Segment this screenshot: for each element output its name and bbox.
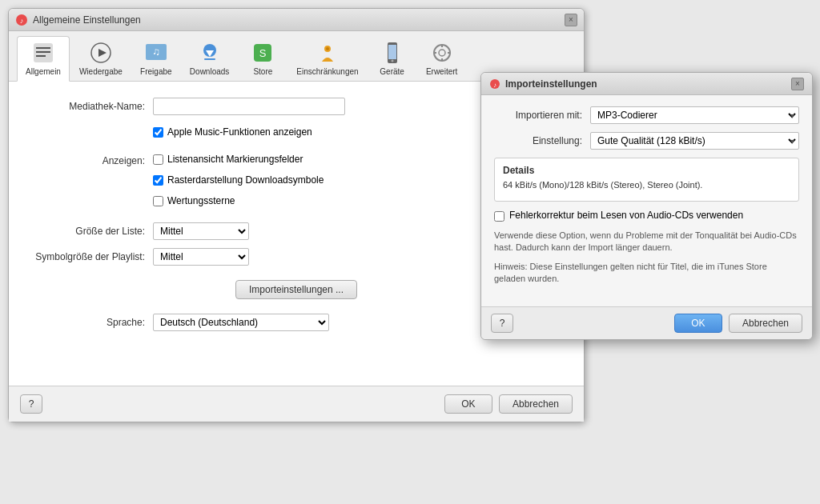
einstellung-row: Einstellung: Gute Qualität (128 kBit/s) …: [494, 132, 799, 150]
dialog-content: Importieren mit: MP3-Codierer AAC-Codier…: [481, 95, 812, 306]
wiedergabe-icon: [88, 40, 114, 66]
importieren-label: Importieren mit:: [494, 110, 590, 121]
import-settings-dialog: ♪ Importeinstellungen × Importieren mit:…: [480, 72, 813, 340]
dialog-help-button[interactable]: ?: [491, 314, 513, 333]
toolbar-item-wiedergabe[interactable]: Wiedergabe: [71, 37, 131, 81]
wertungssterne-row: Wertungssterne: [153, 195, 324, 206]
svg-rect-18: [388, 45, 396, 59]
rasterdarstellung-row: Rasterdarstellung Downloadsymbole: [153, 174, 324, 186]
downloads-icon: [197, 40, 223, 66]
rasterdarstellung-checkbox[interactable]: [153, 175, 163, 186]
import-settings-button[interactable]: Importeinstellungen ...: [235, 280, 357, 299]
allgemein-label: Allgemein: [26, 67, 61, 76]
erweitert-label: Erweitert: [426, 67, 457, 76]
dialog-cancel-button[interactable]: Abbrechen: [729, 314, 802, 333]
listenansicht-row: Listenansicht Markierungsfelder: [153, 154, 324, 165]
groesse-select[interactable]: Klein Mittel Groß: [153, 222, 249, 240]
erweitert-icon: [429, 40, 455, 66]
main-help-button[interactable]: ?: [20, 394, 42, 414]
wertungssterne-label: Wertungssterne: [167, 195, 235, 206]
details-title: Details: [503, 165, 790, 176]
toolbar-item-store[interactable]: S Store: [239, 37, 287, 81]
apple-music-label: Apple Music-Funktionen anzeigen: [167, 126, 312, 138]
einstellung-select[interactable]: Gute Qualität (128 kBit/s) Hohe Qualität…: [590, 132, 799, 150]
svg-text:♪: ♪: [20, 17, 24, 25]
importieren-row: Importieren mit: MP3-Codierer AAC-Codier…: [494, 106, 799, 124]
svg-marker-7: [98, 49, 107, 57]
toolbar-item-erweitert[interactable]: Erweitert: [418, 37, 466, 81]
svg-text:S: S: [259, 47, 267, 59]
importieren-select[interactable]: MP3-Codierer AAC-Codierer AIFF-Codierer …: [590, 106, 799, 124]
store-icon: S: [250, 40, 275, 66]
toolbar-item-freigabe[interactable]: ♫ Freigabe: [132, 37, 180, 81]
fehlerkorrektur-checkbox[interactable]: [494, 211, 504, 222]
downloads-label: Downloads: [190, 67, 229, 76]
wiedergabe-label: Wiedergabe: [79, 67, 123, 76]
symbolgroesse-label: Symbolgröße der Playlist:: [33, 251, 153, 262]
sprache-label: Sprache:: [33, 317, 153, 328]
svg-rect-3: [36, 47, 50, 49]
main-cancel-button[interactable]: Abbrechen: [499, 394, 573, 414]
svg-rect-12: [204, 58, 215, 60]
sprache-select[interactable]: Deutsch (Deutschland) English Français E…: [153, 314, 329, 331]
dialog-note: Verwende diese Option, wenn du Probleme …: [494, 230, 799, 254]
main-window-title: Allgemeine Einstellungen: [33, 14, 141, 26]
dialog-hint: Hinweis: Diese Einstellungen gelten nich…: [494, 261, 799, 286]
fehlerkorrektur-row: Fehlerkorrektur beim Lesen von Audio-CDs…: [494, 210, 799, 222]
toolbar-item-allgemein[interactable]: Allgemein: [17, 36, 70, 82]
svg-point-19: [391, 60, 393, 62]
svg-rect-4: [36, 51, 50, 53]
main-ok-button[interactable]: OK: [444, 394, 492, 414]
itunes-icon: ♪: [15, 14, 28, 26]
geraete-label: Geräte: [380, 67, 404, 76]
main-title-bar: ♪ Allgemeine Einstellungen ×: [9, 9, 584, 31]
svg-text:♪: ♪: [493, 82, 496, 89]
dialog-itunes-icon: ♪: [489, 78, 500, 90]
store-label: Store: [253, 67, 272, 76]
toolbar-item-downloads[interactable]: Downloads: [182, 37, 237, 81]
einschraenkungen-label: Einschränkungen: [296, 67, 358, 76]
dialog-title: Importeinstellungen: [505, 78, 597, 90]
wertungssterne-checkbox[interactable]: [153, 196, 163, 206]
einschraenkungen-icon: [315, 40, 340, 66]
rasterdarstellung-label: Rasterdarstellung Downloadsymbole: [167, 174, 324, 186]
dialog-bottom-bar: ? OK Abbrechen: [481, 306, 812, 339]
svg-rect-5: [36, 55, 46, 57]
toolbar-item-geraete[interactable]: Geräte: [368, 37, 416, 81]
mediathek-input[interactable]: [153, 98, 345, 115]
details-box: Details 64 kBit/s (Mono)/128 kBit/s (Ste…: [494, 158, 799, 202]
geraete-icon: [380, 40, 405, 66]
symbolgroesse-select[interactable]: Klein Mittel Groß: [153, 248, 249, 266]
einstellung-label: Einstellung:: [494, 135, 590, 146]
main-bottom-bar: ? OK Abbrechen: [9, 386, 584, 422]
dialog-close-button[interactable]: ×: [791, 78, 804, 90]
toolbar-item-einschraenkungen[interactable]: Einschränkungen: [288, 37, 366, 81]
anzeigen-label: Anzeigen:: [33, 154, 153, 166]
freigabe-label: Freigabe: [140, 67, 171, 76]
details-text: 64 kBit/s (Mono)/128 kBit/s (Stereo), St…: [503, 180, 790, 190]
main-close-button[interactable]: ×: [565, 14, 577, 26]
svg-point-16: [326, 47, 329, 50]
svg-text:♫: ♫: [152, 46, 160, 58]
listenansicht-checkbox[interactable]: [153, 154, 163, 165]
dialog-ok-button[interactable]: OK: [674, 314, 722, 333]
apple-music-checkbox[interactable]: [153, 127, 163, 138]
fehlerkorrektur-label: Fehlerkorrektur beim Lesen von Audio-CDs…: [509, 210, 743, 221]
allgemein-icon: [30, 40, 56, 66]
groesse-label: Größe der Liste:: [33, 226, 153, 237]
freigabe-icon: ♫: [143, 40, 169, 66]
listenansicht-label: Listenansicht Markierungsfelder: [167, 154, 303, 165]
svg-point-21: [439, 50, 445, 56]
mediathek-label: Mediathek-Name:: [33, 101, 153, 112]
dialog-title-bar: ♪ Importeinstellungen ×: [481, 73, 812, 95]
